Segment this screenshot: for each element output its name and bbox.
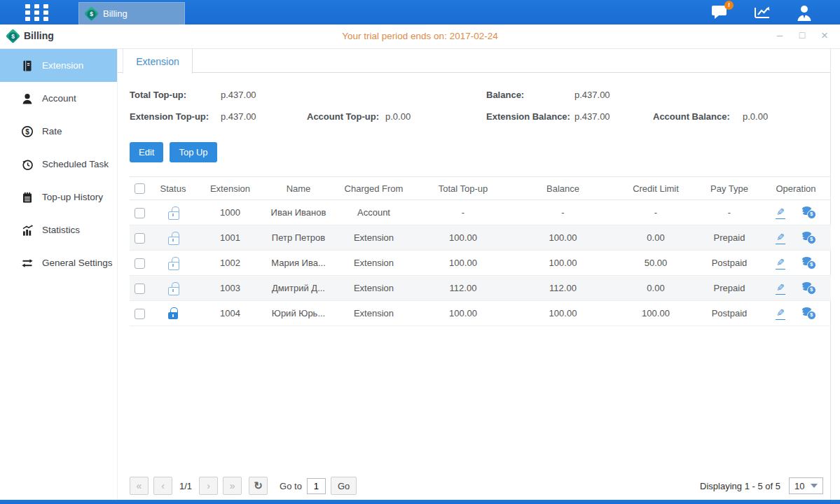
sidebar-item-general-settings[interactable]: General Settings — [0, 246, 117, 279]
cell-pay-type: Postpaid — [698, 301, 761, 326]
account-balance-label: Account Balance: — [653, 111, 743, 122]
page-indicator: 1/1 — [179, 481, 192, 491]
extension-topup-label: Extension Top-up: — [130, 111, 221, 122]
action-buttons: Edit Top Up — [130, 142, 830, 162]
top-up-button[interactable]: Top Up — [170, 142, 216, 162]
clock-history-icon — [21, 158, 34, 171]
edit-pencil-icon[interactable] — [776, 232, 785, 244]
user-profile-icon[interactable] — [795, 4, 813, 21]
sidebar-item-label: General Settings — [42, 258, 113, 268]
apps-grid-icon[interactable] — [25, 4, 49, 21]
cell-extension: 1003 — [197, 276, 263, 301]
minimize-icon[interactable] — [774, 29, 785, 44]
edit-pencil-icon[interactable] — [776, 206, 785, 219]
statistics-chart-icon[interactable] — [753, 4, 771, 21]
tab-extension[interactable]: Extension — [123, 49, 193, 74]
sidebar: Extension Account $ Rate Scheduled Task — [0, 49, 118, 500]
table-row[interactable]: 1002 Мария Ива... Extension 100.00 100.0… — [130, 251, 831, 276]
topup-coins-icon[interactable] — [802, 232, 816, 244]
table-row[interactable]: 1001 Петр Петров Extension 100.00 100.00… — [130, 225, 831, 251]
row-checkbox[interactable] — [135, 258, 145, 269]
billing-diamond-icon — [84, 6, 99, 21]
cell-balance: 112.00 — [512, 276, 614, 301]
cell-extension: 1002 — [197, 251, 263, 276]
cell-total-topup: 100.00 — [414, 301, 512, 326]
window-controls — [774, 29, 830, 44]
window-titlebar: Billing Your trial period ends on: 2017-… — [0, 24, 840, 49]
topup-coins-icon[interactable] — [802, 282, 816, 295]
cell-total-topup: 100.00 — [414, 225, 512, 251]
row-checkbox[interactable] — [135, 208, 145, 218]
close-icon[interactable] — [819, 29, 830, 44]
taskbar-tab-billing[interactable]: Billing — [78, 2, 185, 24]
col-balance: Balance — [512, 177, 614, 200]
next-page-icon[interactable] — [199, 477, 218, 495]
extension-balance-label: Extension Balance: — [486, 111, 574, 122]
displaying-text: Displaying 1 - 5 of 5 — [700, 481, 780, 491]
cell-pay-type: - — [698, 200, 761, 225]
cell-name: Петр Петров — [263, 225, 333, 251]
total-topup-value: p.437.00 — [221, 90, 307, 100]
table-header-row: Status Extension Name Charged From Total… — [130, 177, 831, 200]
cell-credit-limit: 0.00 — [614, 225, 698, 251]
first-page-icon[interactable] — [130, 477, 149, 495]
sidebar-item-extension[interactable]: Extension — [0, 49, 117, 82]
col-operation: Operation — [761, 177, 831, 200]
sidebar-item-topup-history[interactable]: Top-up History — [0, 181, 117, 214]
topup-coins-icon[interactable] — [802, 206, 816, 219]
table-row[interactable]: 1004 Юрий Юрь... Extension 100.00 100.00… — [130, 301, 831, 326]
bar-chart-icon — [21, 224, 34, 237]
sidebar-item-scheduled-task[interactable]: Scheduled Task — [0, 148, 117, 181]
cell-extension: 1001 — [197, 225, 263, 251]
edit-button[interactable]: Edit — [130, 142, 163, 162]
col-status: Status — [149, 177, 197, 200]
messages-icon[interactable] — [711, 4, 729, 21]
sidebar-item-label: Rate — [42, 126, 62, 136]
edit-pencil-icon[interactable] — [776, 257, 785, 270]
cell-balance: 100.00 — [512, 301, 614, 326]
go-button[interactable]: Go — [331, 477, 357, 495]
table-row[interactable]: 1000 Иван Иванов Account - - - - — [130, 200, 831, 225]
notification-badge — [724, 1, 734, 10]
balance-label: Balance: — [486, 90, 574, 100]
table-row[interactable]: 1003 Дмитрий Д... Extension 112.00 112.0… — [130, 276, 831, 301]
cell-extension: 1000 — [197, 200, 263, 225]
tab-strip: Extension — [118, 49, 830, 73]
cell-pay-type: Prepaid — [698, 225, 761, 251]
page-size-value: 10 — [794, 481, 804, 491]
refresh-icon[interactable] — [249, 477, 268, 495]
row-checkbox[interactable] — [135, 309, 145, 319]
select-all-checkbox[interactable] — [135, 183, 145, 194]
prev-page-icon[interactable] — [153, 477, 172, 495]
maximize-icon[interactable] — [797, 29, 808, 44]
cell-charged-from: Extension — [333, 276, 414, 301]
extensions-table: Status Extension Name Charged From Total… — [130, 176, 831, 326]
chevron-down-icon — [811, 484, 818, 488]
sidebar-item-statistics[interactable]: Statistics — [0, 214, 117, 246]
goto-label: Go to — [280, 481, 302, 491]
edit-pencil-icon[interactable] — [776, 282, 785, 295]
lock-open-icon — [167, 282, 179, 295]
row-checkbox[interactable] — [135, 284, 145, 294]
col-charged-from: Charged From — [333, 177, 414, 200]
cell-pay-type: Prepaid — [698, 276, 761, 301]
edit-pencil-icon[interactable] — [776, 307, 785, 320]
row-checkbox[interactable] — [135, 233, 145, 244]
account-balance-value: p.0.00 — [743, 111, 768, 122]
notebook-icon — [21, 191, 34, 204]
cell-pay-type: Postpaid — [698, 251, 761, 276]
page-size-select[interactable]: 10 — [789, 477, 823, 494]
sidebar-item-account[interactable]: Account — [0, 82, 117, 115]
sidebar-item-rate[interactable]: $ Rate — [0, 115, 117, 148]
extension-topup-value: p.437.00 — [221, 111, 307, 122]
cell-total-topup: - — [414, 200, 512, 225]
goto-page-input[interactable] — [307, 478, 326, 494]
col-extension: Extension — [197, 177, 263, 200]
topup-coins-icon[interactable] — [802, 257, 816, 270]
sidebar-item-label: Statistics — [42, 225, 80, 235]
cell-credit-limit: 100.00 — [614, 301, 698, 326]
cell-name: Юрий Юрь... — [263, 301, 333, 326]
col-pay-type: Pay Type — [698, 177, 761, 200]
topup-coins-icon[interactable] — [802, 307, 816, 320]
last-page-icon[interactable] — [223, 477, 242, 495]
